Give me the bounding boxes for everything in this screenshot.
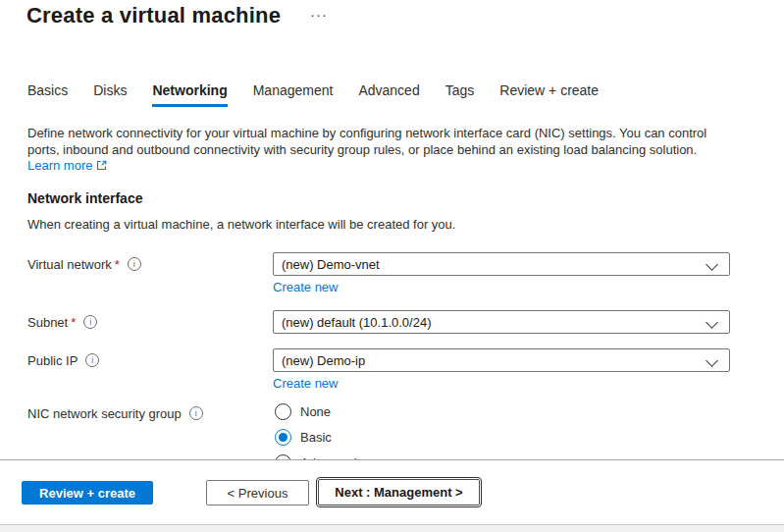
chevron-down-icon [706, 354, 718, 367]
virtual-network-label-row: Virtual network * i [27, 252, 141, 276]
learn-more-label: Learn more [27, 158, 92, 173]
learn-more-link[interactable]: Learn more [27, 158, 107, 173]
public-ip-label: Public IP [27, 353, 78, 368]
subnet-select[interactable]: (new) default (10.1.0.0/24) [273, 310, 730, 334]
subnet-label-row: Subnet * i [27, 310, 97, 334]
chevron-down-icon [706, 316, 718, 329]
required-asterisk: * [71, 315, 76, 330]
review-create-button[interactable]: Review + create [22, 481, 153, 505]
radio-option-none-label: None [300, 404, 331, 419]
radio-option-basic-label: Basic [300, 430, 332, 445]
networking-tab-content: Create a virtual machine ··· Basics Disk… [0, 0, 784, 459]
virtual-network-create-new-link[interactable]: Create new [273, 280, 338, 294]
tab-review-create[interactable]: Review + create [499, 82, 599, 107]
subnet-label: Subnet [27, 315, 68, 330]
page-bottom-strip [0, 524, 784, 532]
subnet-value: (new) default (10.1.0.0/24) [282, 315, 431, 330]
next-management-button[interactable]: Next : Management > [318, 479, 480, 505]
tab-disks[interactable]: Disks [93, 82, 127, 107]
public-ip-label-row: Public IP i [27, 348, 99, 372]
create-vm-page: Create a virtual machine ··· Basics Disk… [0, 0, 784, 532]
info-icon[interactable]: i [85, 353, 99, 367]
more-options-button[interactable]: ··· [306, 4, 332, 25]
external-link-icon [96, 160, 107, 171]
wizard-tabs: Basics Disks Networking Management Advan… [27, 82, 599, 107]
nic-nsg-label-row: NIC network security group i [27, 401, 203, 425]
description-line-2: ports, inbound and outbound connectivity… [27, 141, 706, 158]
radio-selected-icon [275, 429, 291, 446]
radio-option-basic[interactable]: Basic [275, 427, 332, 447]
wizard-footer: Review + create < Previous Next : Manage… [0, 459, 784, 524]
info-icon[interactable]: i [128, 257, 141, 271]
virtual-network-label: Virtual network [27, 257, 112, 272]
previous-button[interactable]: < Previous [206, 480, 309, 505]
public-ip-value: (new) Demo-ip [282, 353, 365, 368]
tab-advanced[interactable]: Advanced [358, 82, 419, 107]
tab-management[interactable]: Management [253, 82, 334, 107]
public-ip-select[interactable]: (new) Demo-ip [273, 348, 730, 372]
tab-description: Define network connectivity for your vir… [27, 125, 706, 158]
section-heading: Network interface [27, 190, 142, 206]
required-asterisk: * [115, 257, 120, 272]
info-icon[interactable]: i [83, 315, 97, 329]
nic-nsg-label: NIC network security group [27, 406, 182, 421]
tab-networking[interactable]: Networking [152, 82, 227, 107]
info-icon[interactable]: i [189, 406, 203, 420]
page-title: Create a virtual machine [26, 3, 281, 28]
radio-option-advanced[interactable]: Advanced [275, 452, 357, 459]
chevron-down-icon [706, 258, 718, 271]
radio-unselected-icon [275, 403, 291, 420]
radio-option-none[interactable]: None [275, 401, 331, 421]
public-ip-create-new-link[interactable]: Create new [273, 376, 338, 391]
description-line-1: Define network connectivity for your vir… [27, 125, 706, 141]
virtual-network-select[interactable]: (new) Demo-vnet [273, 252, 730, 276]
section-subtext: When creating a virtual machine, a netwo… [27, 217, 455, 232]
tab-tags[interactable]: Tags [445, 82, 475, 107]
ellipsis-icon: ··· [310, 6, 328, 23]
tab-basics[interactable]: Basics [27, 82, 68, 107]
virtual-network-value: (new) Demo-vnet [282, 257, 380, 272]
